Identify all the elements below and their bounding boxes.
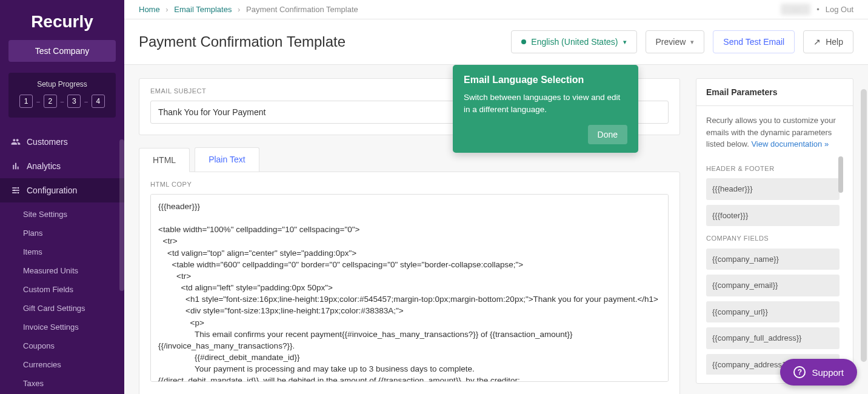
sidebar-sub-currencies[interactable]: Currencies xyxy=(0,355,124,374)
tooltip-done-button[interactable]: Done xyxy=(588,125,627,144)
sidebar-sub-coupons[interactable]: Coupons xyxy=(0,336,124,355)
status-dot-icon xyxy=(521,39,526,44)
sidebar-item-analytics[interactable]: Analytics xyxy=(0,154,124,178)
language-label: English (United States) xyxy=(531,37,618,47)
sidebar-sub-taxes[interactable]: Taxes xyxy=(0,374,124,393)
param-header[interactable]: {{{header}}} xyxy=(706,178,840,200)
account-name: — xyxy=(781,4,810,15)
setup-step-3[interactable]: 3 xyxy=(67,95,81,108)
analytics-icon xyxy=(11,161,21,171)
email-parameters-title: Email Parameters xyxy=(696,79,853,106)
breadcrumb-bar: Home › Email Templates › Payment Confirm… xyxy=(124,0,868,19)
main-area: Home › Email Templates › Payment Confirm… xyxy=(124,0,868,394)
html-body-textarea[interactable] xyxy=(150,194,669,382)
page-title: Payment Confirmation Template xyxy=(139,33,346,50)
breadcrumb-current: Payment Confirmation Template xyxy=(246,5,358,14)
page-header: Payment Confirmation Template English (U… xyxy=(124,19,868,65)
svg-point-2 xyxy=(18,192,19,194)
customers-icon xyxy=(11,137,21,147)
help-button[interactable]: ↗ Help xyxy=(803,30,853,53)
sidebar-item-label: Customers xyxy=(27,137,68,147)
sidebar-sub-measured-units[interactable]: Measured Units xyxy=(0,261,124,280)
chevron-down-icon: ▾ xyxy=(690,38,694,46)
sidebar-subitems: Site Settings Plans Items Measured Units… xyxy=(0,202,124,394)
preview-dropdown[interactable]: Preview ▾ xyxy=(646,30,705,53)
configuration-icon xyxy=(11,185,21,195)
language-dropdown[interactable]: English (United States) ▾ xyxy=(511,30,636,53)
setup-step-2[interactable]: 2 xyxy=(44,95,57,108)
chevron-down-icon: ▾ xyxy=(623,38,627,46)
html-copy-label: HTML COPY xyxy=(150,181,669,188)
setup-progress-box: Setup Progress 1 – 2 – 3 – 4 xyxy=(8,73,116,118)
email-parameters-panel: Email Parameters Recurly allows you to c… xyxy=(696,78,853,384)
help-label: Help xyxy=(826,37,843,47)
breadcrumb-home[interactable]: Home xyxy=(139,5,160,14)
brand-logo: Recurly xyxy=(0,0,124,40)
params-scrollbar[interactable] xyxy=(838,156,843,193)
sidebar-scrollbar[interactable] xyxy=(119,139,124,291)
params-group-header-footer: HEADER & FOOTER xyxy=(706,164,840,174)
svg-point-0 xyxy=(18,187,19,189)
send-test-email-button[interactable]: Send Test Email xyxy=(713,30,795,53)
tab-plain-text[interactable]: Plain Text xyxy=(195,147,259,172)
sidebar-sub-site-settings[interactable]: Site Settings xyxy=(0,205,124,224)
param-footer[interactable]: {{{footer}}} xyxy=(706,205,840,227)
param-company-email[interactable]: {{company_email}} xyxy=(706,275,840,296)
language-tooltip-popover: Email Language Selection Switch between … xyxy=(453,65,638,153)
sidebar-sub-custom-fields[interactable]: Custom Fields xyxy=(0,280,124,299)
sidebar-item-customers[interactable]: Customers xyxy=(0,130,124,154)
param-company-name[interactable]: {{company_name}} xyxy=(706,249,840,270)
tooltip-body: Switch between languages to view and edi… xyxy=(464,92,627,116)
tab-html[interactable]: HTML xyxy=(139,148,190,172)
support-button[interactable]: ? Support xyxy=(780,359,857,386)
setup-step-1[interactable]: 1 xyxy=(19,95,33,108)
support-icon: ? xyxy=(793,366,806,378)
setup-progress-title: Setup Progress xyxy=(15,80,110,88)
preview-label: Preview xyxy=(656,37,686,47)
sidebar-sub-plans[interactable]: Plans xyxy=(0,224,124,242)
external-link-icon: ↗ xyxy=(813,37,821,47)
company-switcher-button[interactable]: Test Company xyxy=(8,40,116,62)
sidebar-item-label: Configuration xyxy=(27,185,77,195)
sidebar-sub-invoice-settings[interactable]: Invoice Settings xyxy=(0,318,124,336)
html-body-block: HTML COPY xyxy=(139,172,680,394)
sidebar-item-label: Analytics xyxy=(27,161,61,171)
setup-step-4[interactable]: 4 xyxy=(92,95,105,108)
tooltip-title: Email Language Selection xyxy=(464,75,627,85)
params-group-company-fields: COMPANY FIELDS xyxy=(706,233,840,244)
param-company-full-address[interactable]: {{company_full_address}} xyxy=(706,327,840,349)
view-documentation-link[interactable]: View documentation » xyxy=(751,139,829,149)
svg-point-1 xyxy=(13,190,15,192)
breadcrumb-templates[interactable]: Email Templates xyxy=(174,5,232,14)
sidebar: Recurly Test Company Setup Progress 1 – … xyxy=(0,0,124,394)
sidebar-sub-items[interactable]: Items xyxy=(0,242,124,261)
sidebar-sub-gift-card-settings[interactable]: Gift Card Settings xyxy=(0,299,124,318)
param-company-url[interactable]: {{company_url}} xyxy=(706,301,840,323)
support-label: Support xyxy=(812,367,844,378)
main-scrollbar[interactable] xyxy=(861,89,867,362)
logout-link[interactable]: Log Out xyxy=(826,5,853,14)
sidebar-item-configuration[interactable]: Configuration xyxy=(0,178,124,202)
